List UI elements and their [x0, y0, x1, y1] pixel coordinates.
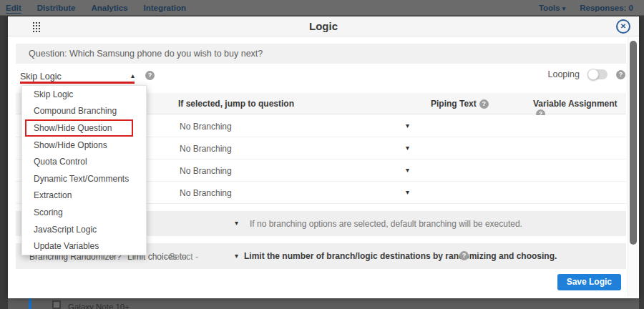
- menu-item-scoring[interactable]: Scoring: [22, 204, 146, 221]
- nav-item-distribute[interactable]: Distribute: [37, 4, 76, 12]
- chevron-down-icon: ▾: [406, 122, 409, 129]
- looping-toggle[interactable]: [588, 69, 608, 79]
- piping-text-help-icon[interactable]: ?: [479, 99, 489, 109]
- chevron-down-icon: ▾: [406, 166, 409, 174]
- logic-type-help-icon[interactable]: ?: [145, 71, 155, 80]
- header-piping-text: Piping Text?: [431, 99, 489, 109]
- menu-item-dynamic-text-comments[interactable]: Dynamic Text/Comments: [22, 170, 146, 187]
- toggle-knob: [587, 69, 599, 80]
- logic-type-menu: Skip Logic Compound Branching Show/Hide …: [21, 85, 147, 255]
- chevron-down-icon: ▾: [562, 5, 566, 12]
- question-bar: Question: Which Samsung phone do you wis…: [16, 44, 626, 64]
- looping-help-icon[interactable]: ?: [616, 70, 625, 79]
- randomizer-note: Limit the number of branch/logic destina…: [244, 251, 557, 261]
- red-annotation-underline: [20, 82, 135, 84]
- menu-item-show-hide-question[interactable]: Show/Hide Question: [25, 119, 133, 137]
- header-jump-to-question: If selected, jump to question: [178, 99, 294, 109]
- question-text: Question: Which Samsung phone do you wis…: [16, 49, 263, 59]
- randomizer-select[interactable]: - Select -: [164, 252, 198, 262]
- randomizer-help-icon[interactable]: ?: [459, 251, 469, 260]
- scrollbar-thumb[interactable]: [630, 41, 637, 245]
- nav-item-integration[interactable]: Integration: [144, 4, 186, 12]
- close-icon[interactable]: ✕: [616, 19, 630, 34]
- modal-backdrop-left: [0, 16, 8, 309]
- chevron-down-icon[interactable]: ▾: [235, 252, 238, 260]
- logic-modal: Logic ✕ Question: Which Samsung phone do…: [8, 16, 639, 298]
- chevron-up-icon: ▴: [131, 72, 135, 79]
- menu-item-skip-logic[interactable]: Skip Logic: [22, 86, 146, 103]
- menu-item-compound-branching[interactable]: Compound Branching: [22, 103, 146, 120]
- menu-item-javascript-logic[interactable]: JavaScript Logic: [22, 221, 146, 238]
- logic-type-value: Skip Logic: [20, 72, 62, 82]
- default-branching-note: If no branching options are selected, de…: [250, 219, 522, 229]
- menu-item-extraction[interactable]: Extraction: [22, 187, 146, 205]
- chevron-down-icon: ▾: [406, 188, 409, 196]
- looping-label: Looping: [548, 69, 580, 79]
- page-behind-modal: Galaxy Note 10+: [8, 298, 639, 309]
- modal-title: Logic: [8, 20, 639, 32]
- branch-value: No Branching: [180, 188, 232, 198]
- nav-left-group: Edit Distribute Analytics Integration: [0, 4, 186, 12]
- looping-control: Looping ?: [548, 69, 626, 79]
- answer-option-checkbox[interactable]: [52, 300, 61, 309]
- responses-count: Responses: 0: [580, 4, 633, 12]
- branch-value: No Branching: [180, 166, 232, 176]
- top-nav: Edit Distribute Analytics Integration To…: [0, 0, 644, 16]
- menu-item-show-hide-options[interactable]: Show/Hide Options: [22, 137, 146, 154]
- tools-menu[interactable]: Tools▾: [539, 4, 565, 12]
- menu-item-update-variables[interactable]: Update Variables: [22, 237, 146, 255]
- modal-header: Logic ✕: [8, 16, 639, 36]
- nav-right-group: Tools▾ Responses: 0: [539, 4, 644, 12]
- selected-question-indicator: [29, 298, 31, 309]
- modal-backdrop-right: [639, 16, 644, 309]
- nav-item-edit[interactable]: Edit: [6, 4, 21, 12]
- menu-item-quota-control[interactable]: Quota Control: [22, 153, 146, 170]
- modal-scrollbar[interactable]: [628, 36, 638, 297]
- save-logic-button[interactable]: Save Logic: [557, 274, 621, 290]
- branch-value: No Branching: [180, 144, 232, 154]
- nav-item-analytics[interactable]: Analytics: [91, 4, 127, 12]
- answer-option-label: Galaxy Note 10+: [68, 303, 130, 309]
- branch-value: No Branching: [180, 122, 232, 132]
- default-branching-select[interactable]: ▾: [235, 219, 238, 227]
- chevron-down-icon: ▾: [406, 144, 409, 152]
